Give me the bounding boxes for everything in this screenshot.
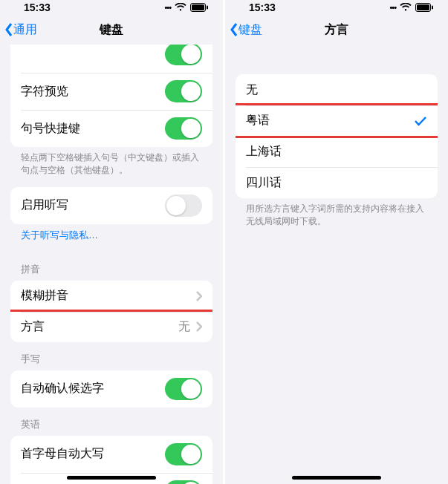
home-indicator[interactable] [67,476,156,480]
option-none[interactable]: 无 [236,74,438,105]
status-time: 15:33 [240,1,276,13]
option-label: 四川话 [246,175,427,191]
section-header-pinyin: 拼音 [0,252,223,281]
status-bar: 15:33 ••• [225,0,448,15]
cell-auto-confirm[interactable]: 自动确认候选字 [10,370,212,408]
checkmark-icon [414,116,427,126]
cell-label: 首字母自动大写 [21,446,165,462]
option-sichuanese[interactable]: 四川话 [236,167,438,198]
status-time: 15:33 [15,1,51,13]
cell-char-preview[interactable]: 字符预览 [10,73,212,110]
svg-rect-4 [417,4,429,10]
home-indicator[interactable] [292,476,381,480]
group-footer: 用所选方言键入字词所需的支持内容将在接入无线局域网时下载。 [225,198,448,238]
status-icons: ••• [389,3,433,12]
signal-icon: ••• [389,3,396,12]
page-title: 键盘 [100,22,123,38]
settings-group-pinyin: 模糊拼音 方言 无 [10,281,212,342]
cell-auto-cap[interactable]: 首字母自动大写 [10,436,212,473]
page-title: 方言 [325,22,348,38]
nav-bar: 键盘 方言 [225,15,448,45]
option-cantonese[interactable]: 粤语 [236,103,438,138]
cell-dialect[interactable]: 方言 无 [10,310,212,342]
section-header-handwriting: 手写 [0,342,223,370]
svg-rect-5 [432,6,433,10]
toggle-switch[interactable] [165,117,202,140]
toggle-switch[interactable] [165,45,202,65]
toggle-switch[interactable] [165,378,202,400]
toggle-switch[interactable] [165,80,202,102]
chevron-right-icon [196,321,202,332]
cell-label: 方言 [21,319,178,335]
back-label: 键盘 [238,22,262,38]
chevron-left-icon [230,22,238,37]
option-label: 无 [246,82,427,98]
wifi-icon [175,3,186,12]
chevron-right-icon [196,291,202,301]
cell-label: 字符预览 [21,84,165,99]
group-footer: 轻点两下空格键插入句号（中文键盘）或插入句点与空格（其他键盘）。 [0,147,223,187]
chevron-left-icon [4,22,13,37]
back-button[interactable]: 键盘 [225,22,262,38]
cell-toggle-partial[interactable] [10,45,212,73]
settings-group-basic: 字符预览 句号快捷键 [10,45,212,147]
cell-period-shortcut[interactable]: 句号快捷键 [10,110,212,147]
signal-icon: ••• [164,3,171,12]
toggle-switch[interactable] [165,480,202,484]
cell-value: 无 [178,319,190,335]
toggle-switch[interactable] [165,194,202,217]
status-bar: 15:33 ••• [0,0,223,15]
cell-label: 自动确认候选字 [21,381,165,396]
nav-bar: 通用 键盘 [0,15,223,45]
svg-rect-2 [207,6,208,10]
settings-group-dictation: 启用听写 [10,187,212,224]
settings-group-handwriting: 自动确认候选字 [10,370,212,408]
wifi-icon [400,3,412,12]
option-label: 粤语 [246,113,414,128]
cell-fuzzy-pinyin[interactable]: 模糊拼音 [10,281,212,312]
back-label: 通用 [13,22,37,38]
cell-label: 模糊拼音 [21,288,192,304]
dictation-privacy-link[interactable]: 关于听写与隐私… [0,224,223,252]
status-icons: ••• [164,3,208,12]
battery-icon [415,3,433,12]
toggle-switch[interactable] [165,443,202,465]
option-label: 上海话 [246,144,427,160]
cell-label: 启用听写 [21,197,165,213]
svg-rect-1 [192,4,204,10]
section-header-english: 英语 [0,408,223,436]
back-button[interactable]: 通用 [0,22,37,38]
cell-label: 句号快捷键 [21,121,165,137]
cell-enable-dictation[interactable]: 启用听写 [10,187,212,224]
battery-icon [190,3,208,12]
option-shanghainese[interactable]: 上海话 [236,136,438,167]
dialect-options-group: 无 粤语 上海话 四川话 [236,74,438,198]
